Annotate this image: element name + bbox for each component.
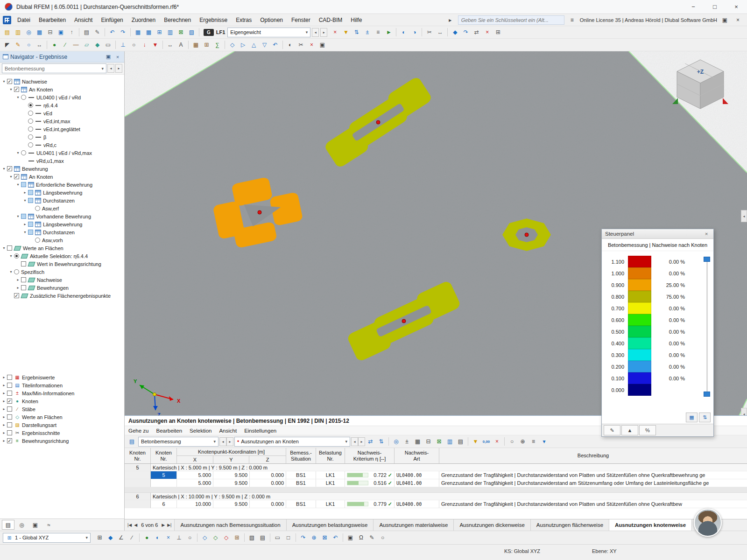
result-tables-icon[interactable]: ▦ xyxy=(144,28,154,37)
design-node-1[interactable] xyxy=(376,120,380,124)
show-results-icon[interactable]: ▼ xyxy=(341,28,351,37)
row-gutter[interactable] xyxy=(125,479,151,487)
checkbox-icon[interactable] xyxy=(7,399,12,404)
printout-report-icon[interactable]: ▥ xyxy=(165,28,175,37)
new-opening-icon[interactable]: ▭ xyxy=(103,40,113,50)
keyword-search-input[interactable] xyxy=(458,15,564,25)
tree-item-asw-vorh[interactable]: Asw,vorh xyxy=(0,236,124,244)
fullscreen-icon[interactable]: ▣ xyxy=(345,533,355,543)
table-row[interactable]: 610.0009.5000.000BS1LK10.779✓UL0400.00Gr… xyxy=(125,500,747,508)
checkbox-icon[interactable] xyxy=(7,438,12,443)
table-zoom-icon[interactable]: ⊕ xyxy=(518,437,528,447)
snap-icon[interactable]: ◆ xyxy=(106,533,115,543)
table-color-icon[interactable]: ▾ xyxy=(539,437,549,447)
cell-node-number[interactable] xyxy=(151,479,177,487)
design-type-combo[interactable]: Betonbemessung ▾ xyxy=(138,437,218,447)
result-type-combo[interactable]: • Ausnutzungen an Knoten ▾ xyxy=(234,437,350,447)
units-settings-icon[interactable]: Ω xyxy=(356,533,366,543)
group-node-number[interactable]: 5 xyxy=(125,464,151,471)
expander-icon[interactable]: ▸ xyxy=(22,190,28,195)
expander-icon[interactable]: ▾ xyxy=(22,198,28,203)
tree-item-ergebniswerte[interactable]: ▸▦Ergebniswerte xyxy=(0,373,124,381)
tree-item-nachweise[interactable]: ▸Nachweise xyxy=(0,276,124,284)
tree-item-werte-an-fl-chen[interactable]: ▾Werte an Flächen xyxy=(0,244,124,252)
user-avatar[interactable] xyxy=(694,509,722,537)
navigator-tab-data-icon[interactable]: ▤ xyxy=(2,520,14,530)
layers-icon[interactable]: ▧ xyxy=(247,533,257,543)
expander-icon[interactable]: ▾ xyxy=(22,230,28,234)
cell-design-check[interactable]: UL0401.00 xyxy=(395,479,439,487)
checkbox-icon[interactable] xyxy=(21,277,26,282)
view3d-icon[interactable]: ◆ xyxy=(450,28,460,37)
table-row[interactable]: 5.0009.5000.000BS1LK10.516✓UL0401.00Gren… xyxy=(125,479,747,487)
previous-loadcase-icon[interactable]: ◂ xyxy=(312,28,319,37)
result-values-icon[interactable]: ⇅ xyxy=(352,28,361,37)
apps-icon[interactable]: ⊞ xyxy=(493,28,503,37)
previous-design-icon[interactable]: ◂ xyxy=(219,437,226,446)
legend-icon[interactable]: ◑ xyxy=(409,28,419,37)
cell-x[interactable]: 10.000 xyxy=(177,500,213,508)
new-node-icon[interactable]: ● xyxy=(49,40,59,50)
tab-ausnutzungen-dickenweise[interactable]: Ausnutzungen dickenweise xyxy=(454,519,530,531)
new-solid-icon[interactable]: ◆ xyxy=(92,40,102,50)
panel-filter-settings-icon[interactable]: % xyxy=(639,425,656,435)
view-y-icon[interactable]: △ xyxy=(249,40,259,50)
tree-item-vorhandene-bewehrung[interactable]: ▾Vorhandene Bewehrung xyxy=(0,212,124,220)
table-values-icon[interactable]: ± xyxy=(402,437,412,447)
scale-max-handle[interactable] xyxy=(704,257,710,262)
reverse-scale-icon[interactable]: ⇅ xyxy=(699,413,711,422)
delete-icon[interactable]: × xyxy=(482,28,492,37)
checkbox-icon[interactable] xyxy=(28,190,33,195)
expander-icon[interactable]: ▸ xyxy=(1,423,7,427)
tree-item-aktuelle-selektion-6-4-4[interactable]: ▾Aktuelle Selektion: η6.4.4 xyxy=(0,252,124,260)
zoom-in-icon[interactable]: ⊕ xyxy=(309,533,319,543)
checkbox-icon[interactable] xyxy=(7,406,12,412)
checkbox-icon[interactable] xyxy=(7,375,12,380)
table-group-row[interactable]: 5Kartesisch | X : 5.000 m | Y : 9.500 m … xyxy=(125,464,747,471)
tree-item-wert-in-bewehrungsrichtung[interactable]: Wert in Bewehrungsrichtung xyxy=(0,260,124,268)
checkbox-icon[interactable] xyxy=(14,87,19,92)
table-menu-bearbeiten[interactable]: Bearbeiten xyxy=(152,426,186,435)
tree-item-l-ngsbewehrung[interactable]: ▸Längsbewehrung xyxy=(0,220,124,228)
table-settings-icon[interactable]: ≡ xyxy=(529,437,538,447)
history-icon[interactable]: ○ xyxy=(378,533,388,543)
edit-object-icon[interactable]: ✎ xyxy=(13,40,23,50)
filter-table-icon[interactable]: ▧ xyxy=(187,28,197,37)
cell-design-check[interactable]: UL0400.00 xyxy=(395,500,439,508)
table-sync-icon[interactable]: ⇅ xyxy=(376,437,386,447)
select-arrow-icon[interactable]: ◤ xyxy=(2,40,12,50)
plane-offset-icon[interactable]: ⊞ xyxy=(232,533,242,543)
snap-intersection-icon[interactable]: × xyxy=(163,533,173,543)
design-node-4[interactable] xyxy=(402,319,406,323)
table-report-icon[interactable]: ▤ xyxy=(456,437,465,447)
expander-icon[interactable]: ▸ xyxy=(15,286,21,290)
mesh-icon[interactable]: ▦ xyxy=(191,40,201,50)
tab-ausnutzungen-materialweise[interactable]: Ausnutzungen materialweise xyxy=(374,519,454,531)
panel-display-settings-icon[interactable]: ✎ xyxy=(604,425,620,435)
next-category-icon[interactable]: ▸ xyxy=(115,64,122,73)
menu-einf-gen[interactable]: Einfügen xyxy=(97,14,127,26)
result-category-combo[interactable]: Betonbemessung ▾ xyxy=(2,63,106,73)
next-loadcase-icon[interactable]: ▸ xyxy=(320,28,327,37)
ribbon-pin-icon[interactable]: ▣ xyxy=(720,15,730,25)
next-page-icon[interactable]: ▶ xyxy=(162,523,165,527)
expander-icon[interactable]: ▸ xyxy=(1,391,7,395)
expander-icon[interactable]: ▾ xyxy=(8,87,14,91)
checkbox-icon[interactable] xyxy=(7,79,12,84)
delete-results-icon[interactable]: × xyxy=(330,28,340,37)
radio-icon[interactable] xyxy=(21,150,26,155)
expander-icon[interactable]: ▾ xyxy=(15,214,21,218)
tree-item-asw-erf[interactable]: Asw,erf xyxy=(0,204,124,212)
cell-design-check[interactable]: UL0400.00 xyxy=(395,471,439,479)
comment-icon[interactable]: ✎ xyxy=(92,28,102,37)
menu-cad-bim[interactable]: CAD-BIM xyxy=(315,14,347,26)
column-header-y[interactable]: Y xyxy=(213,456,250,463)
annotation-icon[interactable]: A xyxy=(176,40,186,50)
open-model-icon[interactable]: ▥ xyxy=(13,28,23,37)
tree-item-titelinformationen[interactable]: ▸▤Titelinformationen xyxy=(0,381,124,389)
new-line-icon[interactable]: ∕ xyxy=(60,40,70,50)
tree-item-vrd-c[interactable]: vRd,c xyxy=(0,141,124,149)
close-button[interactable]: × xyxy=(726,0,747,14)
navigator-tab-display-icon[interactable]: ◎ xyxy=(15,520,28,530)
snap-node-icon[interactable]: ● xyxy=(142,533,152,543)
